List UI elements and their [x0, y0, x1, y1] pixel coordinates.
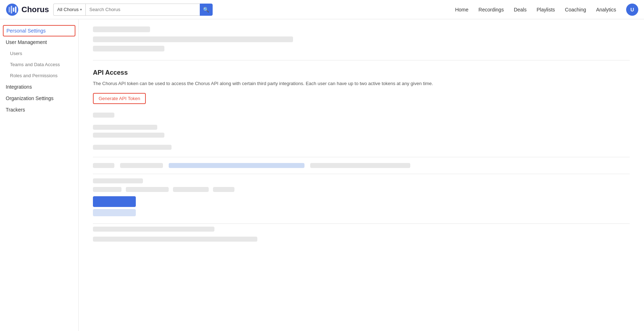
chorus-logo-icon [6, 3, 19, 16]
search-area: All Chorus ▾ 🔍 [53, 4, 213, 16]
api-access-section: API Access The Chorus API token can be u… [93, 69, 630, 104]
sidebar-item-teams-data-access[interactable]: Teams and Data Access [0, 59, 78, 70]
blurred-inline-1 [93, 187, 122, 192]
blurred-row-b3 [93, 145, 172, 150]
blue-button-area [93, 196, 630, 216]
nav-deals[interactable]: Deals [514, 7, 527, 13]
sidebar-item-users[interactable]: Users [0, 48, 78, 59]
sidebar-label-user-management: User Management [6, 39, 47, 45]
sidebar-item-integrations[interactable]: Integrations [0, 81, 78, 93]
sidebar-label-personal-settings: Personal Settings [6, 28, 46, 34]
main-nav: Home Recordings Deals Playlists Coaching… [455, 4, 638, 16]
blurred-group-1 [93, 125, 630, 138]
chevron-down-icon: ▾ [80, 8, 82, 11]
blurred-row-b2 [93, 133, 164, 138]
blurred-lr1 [93, 163, 114, 168]
blurred-inline-3 [173, 187, 209, 192]
sidebar-item-organization-settings[interactable]: Organization Settings [0, 93, 78, 104]
sidebar-label-integrations: Integrations [6, 84, 32, 90]
user-avatar[interactable]: U [626, 4, 638, 16]
blue-button-block[interactable] [93, 196, 136, 207]
sidebar-label-roles-permissions: Roles and Permissions [10, 73, 58, 78]
page-layout: Personal Settings User Management Users … [0, 19, 644, 331]
sidebar: Personal Settings User Management Users … [0, 19, 79, 331]
logo[interactable]: Chorus [6, 3, 49, 16]
svg-rect-1 [9, 7, 10, 13]
blurred-row-3 [93, 46, 164, 51]
logo-text: Chorus [21, 5, 49, 14]
sidebar-label-organization-settings: Organization Settings [6, 95, 54, 101]
app-header: Chorus All Chorus ▾ 🔍 Home Recordings De… [0, 0, 644, 19]
main-content: API Access The Chorus API token can be u… [79, 19, 644, 331]
svg-rect-2 [11, 6, 12, 14]
divider-1 [93, 60, 630, 60]
sidebar-label-trackers: Trackers [6, 107, 25, 113]
user-initials: U [630, 7, 634, 13]
blurred-group-2 [93, 145, 630, 150]
divider-2 [93, 157, 630, 157]
api-access-title: API Access [93, 69, 630, 76]
blurred-inline-4 [213, 187, 234, 192]
blurred-row-1 [93, 26, 150, 32]
search-input[interactable] [85, 4, 200, 16]
sidebar-label-teams-data-access: Teams and Data Access [10, 62, 60, 67]
blurred-lr4 [310, 163, 410, 168]
token-section [93, 178, 630, 216]
sidebar-item-personal-settings[interactable]: Personal Settings [3, 25, 75, 36]
nav-home[interactable]: Home [455, 7, 468, 13]
all-chorus-dropdown[interactable]: All Chorus ▾ [53, 4, 85, 16]
sidebar-item-trackers[interactable]: Trackers [0, 104, 78, 115]
search-icon: 🔍 [203, 7, 209, 13]
svg-rect-3 [13, 8, 14, 12]
nav-playlists[interactable]: Playlists [536, 7, 555, 13]
light-blue-block [93, 209, 136, 216]
top-blurred-section [93, 26, 630, 51]
blurred-bottom-1 [93, 227, 214, 232]
search-button[interactable]: 🔍 [200, 4, 213, 16]
blurred-row-b1 [93, 125, 157, 130]
blurred-small-1 [93, 113, 114, 118]
sidebar-item-roles-permissions[interactable]: Roles and Permissions [0, 70, 78, 81]
blurred-lr2 [120, 163, 163, 168]
blurred-row-2 [93, 36, 293, 42]
divider-3 [93, 174, 630, 174]
blurred-lr3-blue [169, 163, 304, 168]
sidebar-item-user-management[interactable]: User Management [0, 36, 78, 48]
nav-analytics[interactable]: Analytics [596, 7, 616, 13]
blurred-bottom-2 [93, 237, 257, 242]
nav-recordings[interactable]: Recordings [479, 7, 504, 13]
divider-4 [93, 223, 630, 224]
sidebar-label-users: Users [10, 51, 22, 56]
nav-coaching[interactable]: Coaching [565, 7, 586, 13]
generate-api-token-button[interactable]: Generate API Token [93, 93, 146, 104]
blurred-tr1 [93, 178, 143, 183]
blurred-inline-2 [126, 187, 169, 192]
blurred-inline-row [93, 187, 630, 192]
dropdown-label: All Chorus [57, 7, 79, 12]
bottom-blurred-section [93, 113, 630, 242]
api-access-description: The Chorus API token can be used to acce… [93, 80, 630, 87]
blurred-long-row [93, 163, 630, 168]
svg-rect-4 [15, 6, 16, 13]
